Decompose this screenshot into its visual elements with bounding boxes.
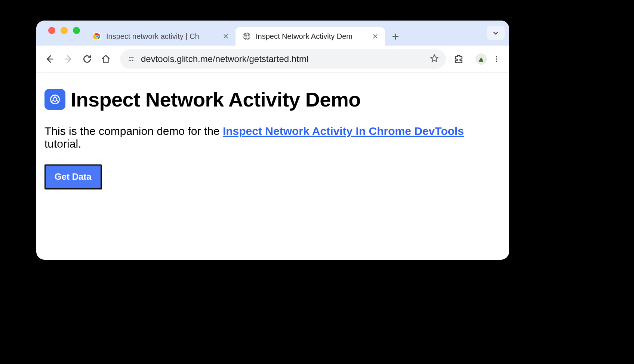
globe-favicon-icon — [242, 32, 251, 41]
maximize-window-button[interactable] — [73, 27, 80, 34]
tab-close-button[interactable] — [221, 32, 230, 41]
extensions-button[interactable] — [451, 52, 466, 67]
svg-point-5 — [129, 57, 130, 58]
tab-close-button[interactable] — [371, 32, 380, 41]
tab-title: Inspect network activity | Ch — [106, 32, 217, 41]
svg-point-8 — [496, 56, 497, 57]
page-title: Inspect Network Activity Demo — [71, 89, 361, 109]
url-text: devtools.glitch.me/network/getstarted.ht… — [141, 54, 424, 64]
page-content: Inspect Network Activity Demo This is th… — [36, 73, 509, 206]
tab-active[interactable]: Inspect Network Activity Dem — [236, 27, 385, 46]
browser-window: Inspect network activity | Ch Inspect Ne… — [36, 21, 509, 260]
svg-point-9 — [496, 58, 497, 60]
get-data-button[interactable]: Get Data — [44, 164, 102, 189]
toolbar: devtools.glitch.me/network/getstarted.ht… — [36, 46, 509, 73]
svg-point-6 — [132, 59, 133, 61]
profile-avatar[interactable] — [476, 53, 487, 65]
close-window-button[interactable] — [48, 27, 55, 34]
home-button[interactable] — [98, 51, 114, 67]
chrome-favicon-icon — [93, 32, 102, 41]
page-heading-row: Inspect Network Activity Demo — [44, 89, 501, 110]
tab-strip: Inspect network activity | Ch Inspect Ne… — [36, 21, 509, 46]
window-controls — [39, 27, 86, 41]
tutorial-link[interactable]: Inspect Network Activity In Chrome DevTo… — [223, 125, 464, 137]
desc-text-before: This is the companion demo for the — [44, 125, 223, 137]
back-button[interactable] — [41, 51, 58, 67]
page-description: This is the companion demo for the Inspe… — [44, 125, 501, 150]
desc-text-after: tutorial. — [44, 138, 81, 150]
bookmark-star-icon[interactable] — [430, 53, 439, 65]
new-tab-button[interactable] — [388, 29, 403, 44]
minimize-window-button[interactable] — [61, 27, 68, 34]
forward-button[interactable] — [60, 51, 77, 67]
address-bar[interactable]: devtools.glitch.me/network/getstarted.ht… — [120, 49, 446, 69]
chrome-menu-button[interactable] — [489, 52, 504, 67]
tab-title: Inspect Network Activity Dem — [256, 32, 366, 41]
tab-inactive[interactable]: Inspect network activity | Ch — [86, 27, 236, 46]
toolbar-divider — [471, 53, 471, 65]
svg-rect-11 — [47, 92, 62, 107]
site-settings-icon[interactable] — [127, 55, 136, 64]
reload-button[interactable] — [79, 51, 95, 67]
page-logo-icon — [44, 89, 65, 110]
svg-point-10 — [496, 61, 497, 62]
tab-overflow-button[interactable] — [487, 26, 505, 40]
